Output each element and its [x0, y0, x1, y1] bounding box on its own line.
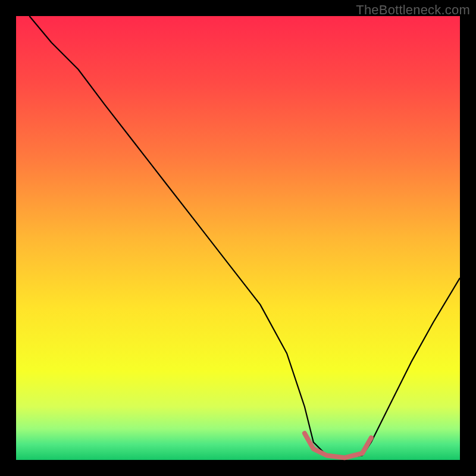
chart-container: TheBottleneck.com [0, 0, 476, 476]
bottleneck-chart [0, 0, 476, 476]
plot-background [16, 16, 460, 460]
watermark-text: TheBottleneck.com [356, 2, 470, 18]
